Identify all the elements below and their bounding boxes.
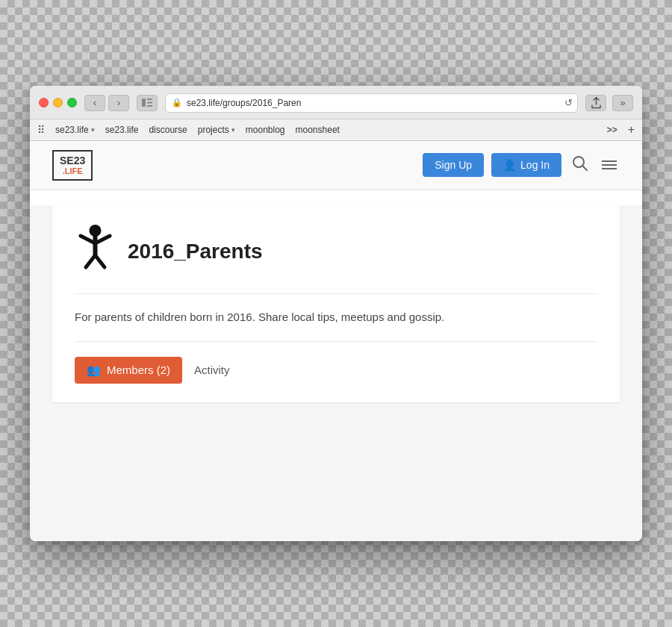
main-content: 2016_Parents For parents of children bor… bbox=[30, 205, 642, 541]
refresh-button[interactable]: ↺ bbox=[564, 97, 573, 108]
header-actions: Sign Up 👤 Log In bbox=[423, 152, 620, 178]
back-button[interactable]: ‹ bbox=[84, 95, 105, 111]
signup-button[interactable]: Sign Up bbox=[423, 153, 484, 177]
site-header: SE23 .LIFE Sign Up 👤 Log In bbox=[30, 141, 642, 191]
url-text: se23.life/groups/2016_Paren bbox=[187, 98, 301, 108]
nav-buttons: ‹ › bbox=[84, 95, 129, 111]
group-description: For parents of children born in 2016. Sh… bbox=[75, 309, 597, 342]
members-label: Members (2) bbox=[107, 364, 170, 376]
title-bar: ‹ › 🔒 se23.life/groups/2016_Paren ↺ » bbox=[30, 86, 642, 119]
hamburger-line-1 bbox=[602, 160, 617, 162]
tab-se23-life-2[interactable]: se23.life bbox=[105, 125, 139, 135]
hamburger-icon[interactable] bbox=[599, 157, 620, 172]
tab-projects[interactable]: projects ▾ bbox=[198, 125, 235, 135]
svg-rect-1 bbox=[147, 99, 152, 100]
svg-line-11 bbox=[96, 255, 105, 267]
group-header: 2016_Parents bbox=[75, 224, 597, 294]
tab-discourse[interactable]: discourse bbox=[149, 125, 187, 135]
svg-rect-0 bbox=[142, 99, 146, 107]
share-button[interactable] bbox=[585, 95, 606, 111]
tab-bar: ⠿ se23.life ▾ se23.life discourse projec… bbox=[30, 119, 642, 141]
login-label: Log In bbox=[520, 159, 550, 171]
svg-rect-2 bbox=[147, 102, 152, 104]
tab-activity[interactable]: Activity bbox=[182, 357, 242, 383]
search-icon[interactable] bbox=[569, 152, 591, 178]
address-bar[interactable]: 🔒 se23.life/groups/2016_Paren ↺ bbox=[165, 93, 578, 113]
login-button[interactable]: 👤 Log In bbox=[491, 153, 561, 177]
more-button[interactable]: » bbox=[612, 95, 633, 111]
maximize-button[interactable] bbox=[67, 98, 77, 107]
hamburger-line-3 bbox=[602, 168, 617, 169]
traffic-lights bbox=[39, 98, 77, 107]
lock-icon: 🔒 bbox=[172, 98, 182, 107]
tab-moonsheet[interactable]: moonsheet bbox=[296, 125, 340, 135]
grid-icon[interactable]: ⠿ bbox=[37, 124, 45, 136]
forward-button[interactable]: › bbox=[108, 95, 129, 111]
tab-chevron-1: ▾ bbox=[91, 126, 95, 134]
tab-se23-life-1[interactable]: se23.life ▾ bbox=[55, 125, 95, 135]
logo-top: SE23 bbox=[60, 155, 85, 167]
group-name: 2016_Parents bbox=[128, 240, 263, 263]
svg-line-5 bbox=[582, 166, 587, 170]
minimize-button[interactable] bbox=[53, 98, 63, 107]
tab-moonblog[interactable]: moonblog bbox=[246, 125, 285, 135]
browser-window: ‹ › 🔒 se23.life/groups/2016_Paren ↺ » bbox=[30, 86, 642, 542]
group-icon bbox=[75, 224, 116, 278]
login-user-icon: 👤 bbox=[503, 159, 516, 171]
new-tab-button[interactable]: + bbox=[628, 123, 635, 137]
group-card: 2016_Parents For parents of children bor… bbox=[52, 205, 620, 402]
activity-label: Activity bbox=[194, 364, 230, 376]
sidebar-toggle-button[interactable] bbox=[137, 95, 158, 111]
tab-chevron-projects: ▾ bbox=[231, 126, 235, 134]
members-icon: 👥 bbox=[87, 364, 101, 377]
svg-rect-3 bbox=[147, 105, 152, 107]
close-button[interactable] bbox=[39, 98, 49, 107]
more-tabs-button[interactable]: >> bbox=[607, 125, 617, 135]
tab-members[interactable]: 👥 Members (2) bbox=[75, 357, 182, 384]
group-tabs: 👥 Members (2) Activity bbox=[75, 357, 597, 384]
logo-bottom: .LIFE bbox=[60, 166, 85, 176]
hamburger-line-2 bbox=[602, 164, 617, 166]
toolbar-actions: » bbox=[585, 95, 633, 111]
site-logo[interactable]: SE23 .LIFE bbox=[52, 150, 93, 181]
svg-line-10 bbox=[86, 255, 96, 267]
